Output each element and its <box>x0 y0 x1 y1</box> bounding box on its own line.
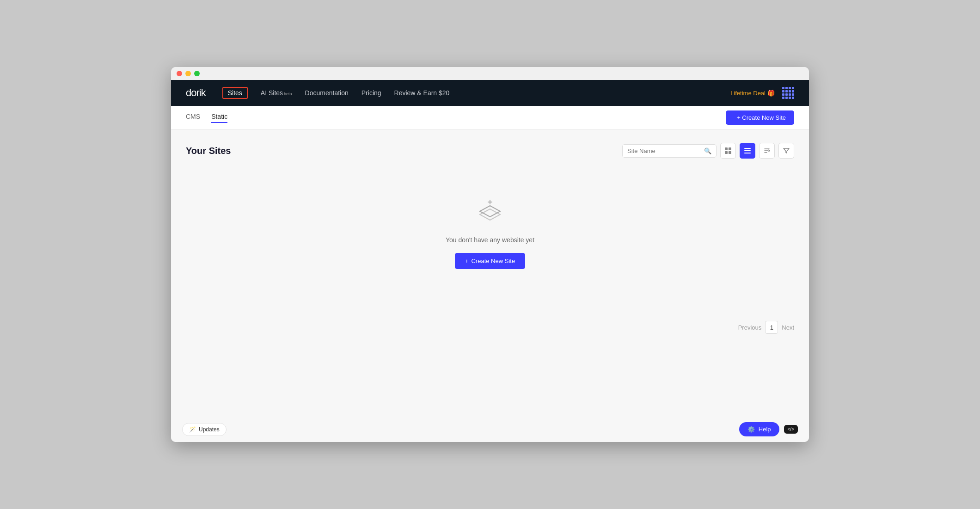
close-dot[interactable] <box>177 71 182 76</box>
maximize-dot[interactable] <box>194 71 200 76</box>
nav-ai-sites[interactable]: AI Sites beta <box>261 89 292 97</box>
small-action-button[interactable]: </> <box>784 425 798 434</box>
help-icon: ⚙️ <box>747 426 755 433</box>
list-view-button[interactable] <box>740 143 755 159</box>
pagination-next[interactable]: Next <box>782 324 794 331</box>
search-controls: 🔍 <box>622 143 794 159</box>
search-box[interactable]: 🔍 <box>622 144 717 158</box>
nav-review-earn[interactable]: Review & Earn $20 <box>394 89 450 97</box>
pagination: Previous 1 Next <box>186 321 794 334</box>
filter-icon <box>783 147 790 154</box>
help-button[interactable]: ⚙️ Help <box>739 422 779 436</box>
sub-header: CMS Static + Create New Site <box>171 106 809 130</box>
create-new-site-button-center[interactable]: + Create New Site <box>455 253 525 269</box>
nav-right: Lifetime Deal 🎁 <box>730 87 794 99</box>
svg-rect-3 <box>729 151 731 154</box>
create-button-label: + Create New Site <box>737 114 786 121</box>
filter-button[interactable] <box>778 143 794 159</box>
list-view-icon <box>744 147 751 154</box>
grid-apps-icon[interactable] <box>782 87 794 99</box>
logo: dorik <box>186 87 206 99</box>
sort-button[interactable] <box>759 143 775 159</box>
code-icon: </> <box>788 427 794 432</box>
updates-button[interactable]: 🪄 Updates <box>182 423 227 436</box>
title-bar <box>171 67 809 80</box>
svg-rect-4 <box>744 148 751 149</box>
svg-rect-1 <box>729 147 731 150</box>
svg-rect-2 <box>725 151 728 154</box>
updates-icon: 🪄 <box>189 426 196 433</box>
lifetime-deal-label: Lifetime Deal <box>730 90 766 97</box>
svg-rect-5 <box>744 150 751 151</box>
svg-rect-6 <box>744 153 751 153</box>
gift-icon: 🎁 <box>767 90 775 97</box>
pagination-previous[interactable]: Previous <box>738 324 762 331</box>
minimize-dot[interactable] <box>185 71 191 76</box>
beta-badge: beta <box>284 92 292 96</box>
page-title: Your Sites <box>186 146 231 156</box>
bottom-bar: 🪄 Updates ⚙️ Help </> <box>171 417 809 442</box>
search-icon: 🔍 <box>704 147 711 154</box>
tab-group: CMS Static <box>186 113 227 123</box>
create-new-site-button-header[interactable]: + Create New Site <box>726 110 794 125</box>
main-content: Your Sites 🔍 <box>171 130 809 417</box>
create-center-label: Create New Site <box>471 258 515 264</box>
search-input[interactable] <box>627 147 701 154</box>
grid-view-button[interactable] <box>720 143 736 159</box>
tab-cms[interactable]: CMS <box>186 113 200 123</box>
app-window: dorik Sites AI Sites beta Documentation … <box>171 67 809 442</box>
pagination-page-1[interactable]: 1 <box>765 321 778 334</box>
content-header: Your Sites 🔍 <box>186 143 794 159</box>
center-plus-icon: + <box>465 258 469 264</box>
tab-static[interactable]: Static <box>211 113 227 123</box>
empty-message: You don't have any website yet <box>446 236 534 244</box>
nav-sites[interactable]: Sites <box>222 87 248 99</box>
svg-rect-0 <box>725 147 728 150</box>
nav-ai-sites-label: AI Sites <box>261 89 283 97</box>
empty-icon <box>475 197 505 227</box>
nav-documentation[interactable]: Documentation <box>305 89 349 97</box>
grid-view-icon <box>725 147 731 154</box>
nav-pricing[interactable]: Pricing <box>361 89 381 97</box>
help-label: Help <box>759 426 771 433</box>
sort-icon <box>764 147 770 154</box>
empty-state: You don't have any website yet + Create … <box>186 170 794 306</box>
updates-label: Updates <box>199 426 220 433</box>
lifetime-deal-link[interactable]: Lifetime Deal 🎁 <box>730 90 775 97</box>
navbar: dorik Sites AI Sites beta Documentation … <box>171 80 809 106</box>
right-buttons: ⚙️ Help </> <box>739 422 798 436</box>
